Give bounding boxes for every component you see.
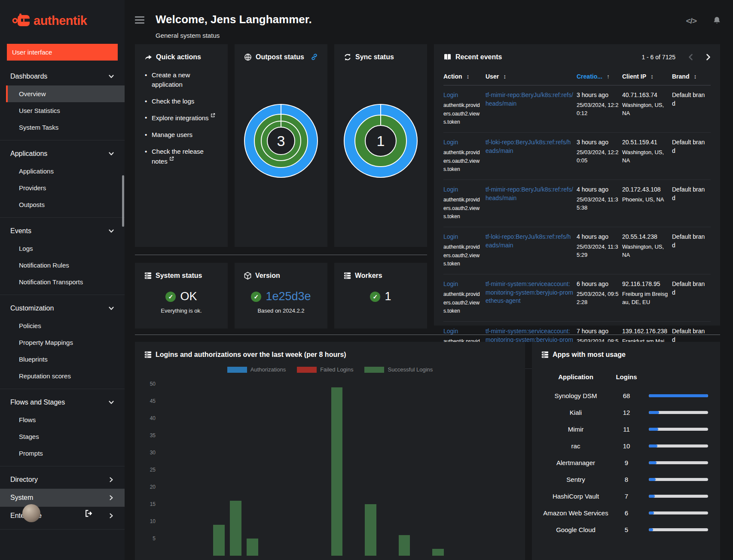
chart-title: Logins and authorizations over the last … xyxy=(156,350,346,359)
app-logins-count: 8 xyxy=(610,476,643,483)
quick-action-check-the-logs[interactable]: Check the logs xyxy=(144,97,218,106)
sort-icon: ↕ xyxy=(503,73,506,80)
sidebar-item-applications[interactable]: Applications xyxy=(6,163,125,180)
app-usage-bar-wrap xyxy=(643,495,711,498)
sidebar-item-policies[interactable]: Policies xyxy=(6,317,125,334)
user-avatar[interactable] xyxy=(22,504,40,522)
event-client-ip: 20.51.159.41 xyxy=(622,138,669,147)
event-action-link[interactable]: Login xyxy=(443,280,482,289)
sidebar-item-overview[interactable]: Overview xyxy=(6,85,125,102)
app-usage-progress-fill xyxy=(649,428,658,431)
event-user-link[interactable]: tf-mimir-repo:BeryJu/k8s:ref:refs/heads/… xyxy=(486,91,573,108)
app-usage-progress-fill xyxy=(649,411,659,414)
sidebar-section-flows-and-stages[interactable]: Flows and Stages xyxy=(0,393,125,411)
outpost-link-icon[interactable] xyxy=(311,53,318,61)
chevron-down-icon xyxy=(108,305,114,311)
version-value-link[interactable]: 1e25d3e xyxy=(266,290,311,303)
divider xyxy=(135,255,427,255)
outpost-healthy-count: 3 xyxy=(277,133,285,149)
sidebar-scrollbar[interactable] xyxy=(122,175,124,227)
apps-usage-table: Application Logins Synology DSM68Kiali12… xyxy=(541,370,711,538)
sidebar-item-system-tasks[interactable]: System Tasks xyxy=(6,119,125,136)
sidebar-item-blueprints[interactable]: Blueprints xyxy=(6,351,125,368)
workers-value: 1 xyxy=(385,290,391,303)
events-column-creation[interactable]: Creatio...↑ xyxy=(577,69,622,85)
app-usage-progress xyxy=(649,528,708,531)
events-pagination-top: 1 - 6 of 7125 xyxy=(641,54,711,61)
logo-wordmark: authentik xyxy=(34,14,87,28)
quick-action-check-the-release-notes[interactable]: Check the release notes xyxy=(144,147,218,166)
sidebar-item-notification-rules[interactable]: Notification Rules xyxy=(6,257,125,274)
chart-bar-successful-logins xyxy=(365,504,376,556)
quick-action-manage-users[interactable]: Manage users xyxy=(144,130,218,140)
sidebar-section-applications[interactable]: Applications xyxy=(0,145,125,163)
sidebar-item-property-mappings[interactable]: Property Mappings xyxy=(6,334,125,351)
sidebar-item-prompts[interactable]: Prompts xyxy=(6,445,125,462)
version-title: Version xyxy=(255,271,280,280)
sidebar-section-directory[interactable]: Directory xyxy=(0,471,125,489)
user-interface-button[interactable]: User interface xyxy=(7,44,118,61)
event-user-link[interactable]: tf-mimir-repo:BeryJu/k8s:ref:refs/heads/… xyxy=(486,186,573,202)
events-column-client-ip[interactable]: Client IP↕ xyxy=(622,69,672,85)
app-usage-progress xyxy=(649,511,708,514)
sidebar-section-dashboards[interactable]: Dashboards xyxy=(0,67,125,85)
main: Quick actions Create a new applicationCh… xyxy=(125,39,733,560)
sidebar-section-label: System xyxy=(10,494,33,502)
logout-icon[interactable] xyxy=(85,509,93,517)
api-code-icon[interactable]: </> xyxy=(686,16,696,26)
prev-page-icon[interactable] xyxy=(688,54,693,61)
legend-label: Failed Logins xyxy=(320,366,353,373)
event-action-link[interactable]: Login xyxy=(443,233,482,241)
sidebar-item-providers[interactable]: Providers xyxy=(6,180,125,196)
legend-item-authorizations[interactable]: Authorizations xyxy=(227,366,286,373)
app-usage-row: Amazon Web Services6 xyxy=(541,505,711,521)
hamburger-menu-icon[interactable] xyxy=(135,16,144,24)
column-label: User xyxy=(486,73,499,80)
sidebar-item-reputation-scores[interactable]: Reputation scores xyxy=(6,368,125,384)
app-usage-bar-wrap xyxy=(643,394,711,397)
app-root: authentik User interface DashboardsOverv… xyxy=(0,0,733,560)
apps-col-logins: Logins xyxy=(610,373,643,380)
sidebar-item-logs[interactable]: Logs xyxy=(6,240,125,257)
sidebar-item-stages[interactable]: Stages xyxy=(6,428,125,445)
version-subtitle: Based on 2024.2.2 xyxy=(244,307,318,314)
outpost-status-card: Outpost status xyxy=(235,44,327,247)
next-page-icon[interactable] xyxy=(706,54,711,61)
notifications-bell-icon[interactable] xyxy=(713,16,721,25)
sidebar-item-user-statistics[interactable]: User Statistics xyxy=(6,102,125,119)
event-action-link[interactable]: Login xyxy=(443,186,482,194)
event-brand: Default brand xyxy=(672,233,707,250)
sidebar-section-events[interactable]: Events xyxy=(0,222,125,240)
event-action-link[interactable]: Login xyxy=(443,138,482,147)
event-time-ago: 3 hours ago xyxy=(577,138,619,147)
authentik-logo[interactable]: authentik xyxy=(0,0,125,44)
quick-action-explore-integrations[interactable]: Explore integrations xyxy=(144,113,218,123)
legend-item-successful-logins[interactable]: Successful Logins xyxy=(364,366,433,373)
quick-action-create-a-new-application[interactable]: Create a new application xyxy=(144,70,218,89)
event-action-link[interactable]: Login xyxy=(443,327,482,336)
sidebar-item-notification-transports[interactable]: Notification Transports xyxy=(6,274,125,290)
app-usage-progress xyxy=(649,461,708,464)
legend-item-failed-logins[interactable]: Failed Logins xyxy=(297,366,353,373)
sidebar-item-outposts[interactable]: Outposts xyxy=(6,196,125,213)
events-column-action[interactable]: Action↕ xyxy=(443,69,486,85)
app-name: Sentry xyxy=(541,475,610,484)
app-usage-progress xyxy=(649,444,708,447)
events-table-header: Action↕User↕Creatio...↑Client IP↕Brand↕ xyxy=(443,69,711,85)
sidebar-item-flows[interactable]: Flows xyxy=(6,411,125,428)
event-action-link[interactable]: Login xyxy=(443,91,482,100)
outpost-icon xyxy=(244,53,252,61)
event-user-link[interactable]: tf-loki-repo:BeryJu/k8s:ref:refs/heads/m… xyxy=(486,138,573,155)
sidebar-section-customization[interactable]: Customization xyxy=(0,299,125,317)
event-client-ip-cell: 20.172.43.108Phoenix, US, NA xyxy=(622,180,672,227)
event-user-link[interactable]: tf-loki-repo:BeryJu/k8s:ref:refs/heads/m… xyxy=(486,233,573,250)
event-creation-cell: 4 hours ago25/03/2024, 11:35:29 xyxy=(577,227,622,274)
version-cube-icon xyxy=(244,272,251,280)
events-column-user[interactable]: User↕ xyxy=(486,69,577,85)
event-creation-cell: 4 hours ago25/03/2024, 11:35:38 xyxy=(577,180,622,227)
app-name: HashiCorp Vault xyxy=(541,492,610,501)
chart-bar-successful-logins xyxy=(213,525,225,556)
event-user-link[interactable]: tf-mimir-system:serviceaccount:monitorin… xyxy=(486,280,573,305)
events-column-brand[interactable]: Brand↕ xyxy=(672,69,711,85)
event-client-ip-cell: 40.71.163.74Washington, US, NA xyxy=(622,85,672,133)
